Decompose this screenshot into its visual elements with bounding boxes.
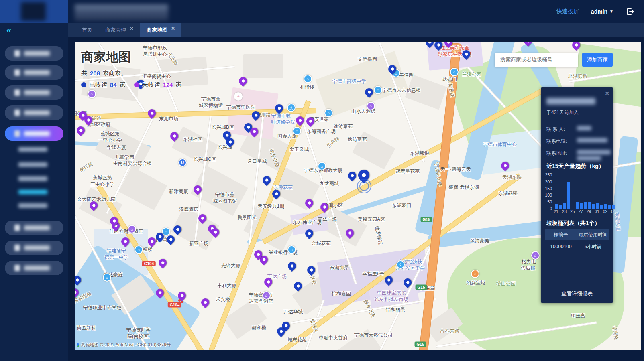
chart-x-tick: 25 bbox=[570, 209, 575, 214]
map-label: 东湖臻悦 bbox=[410, 150, 429, 157]
contact-name-label: 联 系 人: bbox=[546, 126, 565, 133]
app-window: 快速投屏 admin ▼ 首页 商家管理✕ 商家地图✕ « bbox=[0, 0, 644, 361]
chart-bar bbox=[580, 203, 583, 209]
sidebar: « bbox=[0, 23, 68, 361]
map-label: 师进修学院 bbox=[271, 119, 295, 126]
map-label: 塔山公园 bbox=[496, 280, 516, 287]
sidebar-item-blurred-5[interactable] bbox=[5, 221, 63, 235]
poi-icon: ⌂ bbox=[471, 270, 479, 278]
poi-icon: ⌂ bbox=[135, 245, 143, 254]
bins-list-title: 垃圾桶列表（共1个） bbox=[546, 220, 600, 227]
collected-dot-icon bbox=[81, 82, 86, 87]
map-pin[interactable] bbox=[75, 125, 86, 136]
sidebar-item-blurred-2[interactable] bbox=[5, 65, 63, 80]
chart-y-tick: 200 bbox=[545, 179, 552, 184]
map-label: 宁德市高级中学 bbox=[332, 78, 366, 85]
map-label: 城区图书馆 bbox=[213, 198, 237, 205]
contact-phone-blurred bbox=[577, 138, 607, 142]
sidebar-collapse-button[interactable]: « bbox=[6, 25, 11, 36]
tab-merchant-map[interactable]: 商家地图✕ bbox=[140, 23, 181, 37]
add-merchant-button[interactable]: 添加商家 bbox=[582, 53, 613, 67]
map-label: 北湖滨路 bbox=[568, 73, 587, 80]
map-label: 盛辉·君悦东湖 bbox=[448, 184, 479, 191]
poi-icon: ⌂ bbox=[262, 291, 271, 300]
sidebar-item-blurred-3[interactable] bbox=[5, 85, 63, 100]
logo-blurred bbox=[21, 2, 46, 21]
road-badge: G15 bbox=[416, 285, 427, 290]
sidebar-item-blurred-7[interactable] bbox=[5, 261, 63, 275]
menu-icon bbox=[14, 69, 20, 76]
sidebar-item-blurred-1[interactable] bbox=[5, 46, 63, 61]
poi-icon: + bbox=[234, 92, 243, 101]
poi-icon: 文 bbox=[287, 103, 296, 112]
map-label: 金太阳艺术幼儿园 bbox=[77, 196, 116, 203]
sidebar-item-blurred-4[interactable] bbox=[5, 105, 63, 120]
map-label: 逸涛豪苑 bbox=[334, 123, 353, 130]
sidebar-subitem-active-map[interactable] bbox=[18, 190, 47, 194]
search-input[interactable] bbox=[499, 56, 575, 63]
chart-y-tick: 0 bbox=[550, 206, 552, 211]
map-label: 琴海豪庭 bbox=[470, 237, 489, 244]
map-label: 售后服 bbox=[521, 265, 535, 272]
map-label: 一中心小学 bbox=[98, 137, 122, 144]
map-attribution: 高德地图 © 2021 AutoNavi - GS(2019)6379号 bbox=[77, 342, 171, 348]
map-label: 长兴城C区 bbox=[194, 156, 216, 163]
map-label: 东湖品臻 bbox=[498, 190, 518, 197]
logout-icon[interactable] bbox=[626, 7, 635, 16]
map-label: 东湖御景 bbox=[330, 264, 349, 271]
map-label: 东湖市场 bbox=[159, 116, 178, 122]
sidebar-item-blurred-6[interactable] bbox=[5, 241, 63, 255]
chart-bar bbox=[584, 202, 587, 209]
map-pin[interactable] bbox=[200, 297, 211, 308]
uncollected-dot-icon bbox=[134, 82, 139, 87]
map-label: 蕉城区第 bbox=[93, 174, 112, 181]
map-label: 如意宝塔 bbox=[466, 280, 485, 286]
table-row: 100001005小时前 bbox=[545, 241, 609, 252]
close-icon[interactable]: ✕ bbox=[605, 90, 609, 97]
poi-icon: ⌂ bbox=[450, 68, 459, 76]
map-label: 德第一中学 bbox=[104, 254, 128, 261]
map-label: 美福嘉园A区 bbox=[358, 216, 385, 223]
chart-plot-area bbox=[554, 175, 616, 209]
sidebar-subitem-1[interactable] bbox=[18, 147, 47, 152]
chart-x-tick: 31 bbox=[595, 209, 599, 214]
map-label: 天一·碧海云天 bbox=[440, 166, 471, 173]
map-label: 东湖豪门 bbox=[392, 202, 411, 209]
chart-x-tick: 23 bbox=[562, 209, 567, 214]
sidebar-subitem-5[interactable] bbox=[18, 203, 47, 208]
tab-home[interactable]: 首页 bbox=[75, 23, 99, 37]
menu-icon bbox=[14, 89, 20, 96]
map-label: 怡和嘉园 bbox=[332, 290, 351, 297]
map-label: 宁德市人大信息楼 bbox=[382, 87, 421, 94]
selected-pin-halo bbox=[359, 181, 369, 191]
user-menu[interactable]: admin ▼ bbox=[591, 8, 613, 15]
close-icon[interactable]: ✕ bbox=[130, 26, 134, 31]
map-pin[interactable] bbox=[346, 170, 358, 181]
view-report-link[interactable]: 查看详细报表 bbox=[541, 290, 613, 297]
poi-icon: ⌂ bbox=[304, 75, 312, 83]
sidebar-subitem-2[interactable] bbox=[18, 162, 47, 167]
chart-x-tick: 21 bbox=[554, 209, 558, 214]
map-label: 宁德市中医院 bbox=[226, 104, 255, 111]
close-icon[interactable]: ✕ bbox=[171, 26, 175, 31]
map-label: 新雅商厦 bbox=[169, 188, 188, 195]
map-label: 东海商务广场 bbox=[307, 128, 336, 135]
map-label: 月日星城 bbox=[247, 158, 267, 165]
bins-table-header: 桶编号 最后使用时间 bbox=[545, 229, 609, 240]
poi-icon: ⌂ bbox=[324, 109, 333, 117]
chart-x-tick: 04 bbox=[611, 209, 615, 214]
divider bbox=[546, 120, 607, 120]
map-label: 兰溪公园 bbox=[462, 71, 481, 78]
map-pin[interactable] bbox=[261, 174, 272, 186]
poi-icon: ⌂ bbox=[367, 102, 375, 110]
sidebar-subitem-3[interactable] bbox=[18, 176, 47, 181]
map-pin[interactable] bbox=[157, 257, 168, 268]
map-canvas[interactable]: 宁德市邮政局培训中心天王路文笔嘉园红星美凯龙全球家居生活广场兰溪公园北湖滨路丰佳… bbox=[75, 42, 641, 350]
map-label: 达嘉华酒店 bbox=[249, 298, 273, 305]
poi-icon: ⌂ bbox=[287, 245, 296, 254]
sidebar-item-active-merchant[interactable] bbox=[5, 126, 63, 141]
map-pin[interactable] bbox=[286, 260, 298, 272]
app-logo bbox=[0, 0, 68, 23]
tab-merchant-management[interactable]: 商家管理✕ bbox=[99, 23, 140, 37]
quick-screencast-link[interactable]: 快速投屏 bbox=[556, 8, 579, 15]
